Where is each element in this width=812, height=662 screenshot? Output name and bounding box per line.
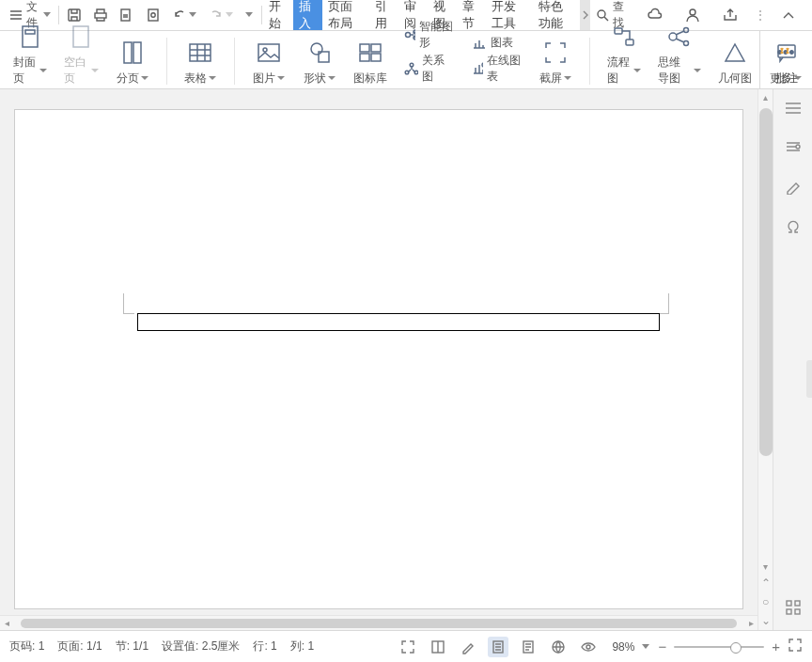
scroll-down[interactable]: ▾ <box>763 559 768 574</box>
tab-layout[interactable]: 页面布局 <box>322 0 369 30</box>
scroll-left[interactable]: ◂ <box>0 618 13 628</box>
relation-chart[interactable]: 关系图 <box>404 53 455 85</box>
status-page-of[interactable]: 页面: 1/1 <box>57 638 102 654</box>
table[interactable]: 表格 <box>183 39 217 87</box>
tab-start[interactable]: 开始 <box>263 0 292 30</box>
scroll-up[interactable]: ▴ <box>763 89 768 104</box>
view-web[interactable] <box>548 637 569 657</box>
panel-omega-icon[interactable] <box>785 218 802 238</box>
graph-group: 智能图形 关系图 <box>404 19 455 85</box>
table-object[interactable] <box>137 313 660 331</box>
vertical-scrollbar[interactable]: ▴ ▾ ⌃ ○ ⌄ <box>757 89 773 630</box>
svg-rect-1 <box>95 13 106 18</box>
zoom-value[interactable]: 98% <box>612 640 634 654</box>
view-page[interactable] <box>488 637 508 657</box>
tab-insert[interactable]: 插入 <box>293 0 322 30</box>
page <box>15 110 742 608</box>
doc-scan-button[interactable] <box>140 0 166 30</box>
horizontal-scrollbar[interactable]: ◂ ▸ <box>0 615 757 630</box>
hscroll-thumb[interactable] <box>21 619 737 628</box>
panel-grid-icon[interactable] <box>785 599 802 619</box>
view-read[interactable] <box>428 637 448 657</box>
svg-rect-8 <box>25 30 35 34</box>
svg-rect-37 <box>787 609 791 614</box>
view-outline[interactable] <box>518 637 539 657</box>
online-chart[interactable]: 在线图表 <box>472 53 523 85</box>
view-eye[interactable] <box>578 637 599 657</box>
tabs-overflow[interactable] <box>580 0 591 30</box>
tab-section[interactable]: 章节 <box>457 0 486 30</box>
collapse-ribbon[interactable] <box>776 8 801 22</box>
status-row[interactable]: 行: 1 <box>253 638 276 654</box>
panel-edit-icon[interactable] <box>785 178 802 197</box>
user-button[interactable] <box>679 7 707 24</box>
svg-point-31 <box>684 28 689 33</box>
print-icon <box>93 8 108 23</box>
zoom-slider[interactable] <box>674 646 764 648</box>
zoom-out[interactable]: − <box>658 638 666 654</box>
shape[interactable]: 形状 <box>303 39 336 87</box>
icon-library[interactable]: 图标库 <box>353 39 387 87</box>
document-area[interactable] <box>0 89 757 615</box>
status-page-no[interactable]: 页码: 1 <box>9 638 44 654</box>
view-write[interactable] <box>458 637 478 657</box>
zoom-knob[interactable] <box>730 642 742 654</box>
svg-point-4 <box>150 13 154 17</box>
smart-art[interactable]: 智能图形 <box>404 19 455 51</box>
status-col[interactable]: 列: 1 <box>290 638 314 654</box>
svg-rect-29 <box>626 39 633 45</box>
panel-toggle-icon[interactable] <box>785 101 802 118</box>
next-page[interactable]: ⌄ <box>761 614 771 627</box>
annotate[interactable]: 批注 <box>759 31 812 88</box>
page-break[interactable]: 分页 <box>116 39 149 87</box>
svg-rect-10 <box>124 42 132 63</box>
hamburger-icon <box>9 8 23 22</box>
zoom-dropdown[interactable] <box>642 644 650 650</box>
svg-rect-12 <box>190 44 211 61</box>
svg-rect-13 <box>258 44 279 61</box>
tab-features[interactable]: 特色功能 <box>533 0 580 30</box>
geometry[interactable]: 几何图 <box>718 39 752 87</box>
undo-icon <box>172 8 187 23</box>
cover-page[interactable]: 封面页 <box>13 23 47 87</box>
status-section[interactable]: 节: 1/1 <box>116 638 148 654</box>
tab-reference[interactable]: 引用 <box>369 0 398 30</box>
workspace: ◂ ▸ ▴ ▾ ⌃ ○ ⌄ <box>0 89 812 630</box>
collapse-panel-handle[interactable] <box>806 360 812 398</box>
scroll-right[interactable]: ▸ <box>744 618 757 628</box>
qat-customize[interactable] <box>240 0 259 30</box>
kebab-menu[interactable]: ⋮ <box>754 8 767 23</box>
svg-rect-17 <box>360 44 369 52</box>
fit-page[interactable] <box>788 638 803 655</box>
svg-rect-36 <box>795 601 800 606</box>
chart[interactable]: 图表 <box>472 35 523 51</box>
view-fullscreen[interactable] <box>398 637 418 657</box>
doc-icon <box>146 8 161 23</box>
svg-rect-11 <box>133 42 141 63</box>
svg-point-43 <box>586 645 590 649</box>
tab-devtools[interactable]: 开发工具 <box>486 0 533 30</box>
status-indent[interactable]: 设置值: 2.5厘米 <box>162 638 240 654</box>
picture[interactable]: 图片 <box>252 39 286 87</box>
redo-button[interactable] <box>203 0 240 30</box>
select-browse[interactable]: ○ <box>762 595 769 608</box>
panel-setting-icon[interactable] <box>785 139 802 157</box>
svg-rect-35 <box>787 601 791 606</box>
chevron-down-icon <box>43 12 51 18</box>
undo-button[interactable] <box>166 0 203 30</box>
flowchart[interactable]: 流程图 <box>607 23 641 87</box>
svg-point-32 <box>684 41 689 46</box>
screenshot[interactable]: 截屏 <box>539 39 572 87</box>
blank-page[interactable]: 空白页 <box>64 23 98 87</box>
mindmap[interactable]: 思维导图 <box>658 23 701 87</box>
prev-page[interactable]: ⌃ <box>761 576 771 590</box>
svg-point-15 <box>311 43 322 55</box>
share-button[interactable] <box>716 7 744 24</box>
cloud-sync-button[interactable] <box>641 7 669 24</box>
vscroll-thumb[interactable] <box>759 108 773 456</box>
zoom-in[interactable]: + <box>772 638 780 654</box>
statusbar: 页码: 1 页面: 1/1 节: 1/1 设置值: 2.5厘米 行: 1 列: … <box>0 630 812 662</box>
print-preview-button[interactable] <box>114 0 140 30</box>
svg-point-24 <box>410 63 414 67</box>
svg-point-14 <box>263 48 267 52</box>
